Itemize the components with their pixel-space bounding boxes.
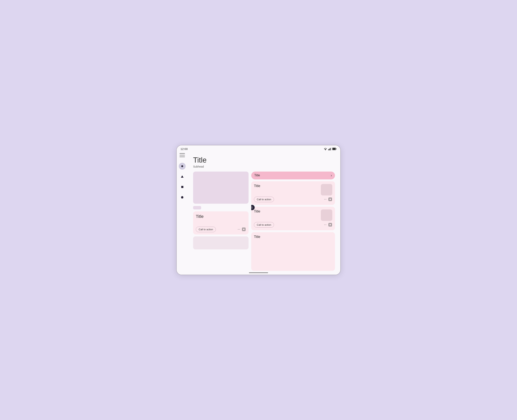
left-bottom-card bbox=[193, 236, 249, 249]
right-card-2-content: Title bbox=[254, 210, 332, 221]
battery-icon bbox=[332, 148, 337, 150]
chevron-right-icon: › bbox=[331, 173, 332, 178]
right-card-1-title: Title bbox=[254, 184, 319, 188]
dots-icon-2[interactable]: ··· bbox=[324, 223, 326, 226]
dots-icon-1[interactable]: ··· bbox=[324, 198, 326, 201]
right-header-row[interactable]: Title › bbox=[251, 172, 335, 180]
right-card-2-footer: Call to action ··· bbox=[254, 222, 332, 228]
right-card-2: 1 Title Call to action ··· bbox=[251, 207, 335, 230]
svg-rect-13 bbox=[329, 224, 331, 226]
label-pill bbox=[193, 206, 201, 210]
sidebar bbox=[177, 152, 188, 271]
right-card-1-icons: ··· bbox=[324, 197, 332, 201]
right-card-2-thumbnail bbox=[321, 210, 332, 221]
page-header: Title Subhead bbox=[193, 156, 335, 168]
right-card-2-cta-button[interactable]: Call to action bbox=[254, 222, 274, 228]
right-card-2-text: Title bbox=[254, 210, 319, 219]
right-card-1-footer: Call to action ··· bbox=[254, 197, 332, 202]
status-icons bbox=[324, 148, 337, 150]
svg-rect-2 bbox=[329, 149, 330, 150]
right-card-1-thumbnail bbox=[321, 184, 332, 195]
left-footer-icons: ··· bbox=[238, 227, 246, 232]
page-title: Title bbox=[193, 156, 335, 164]
right-card-1: Title Call to action ··· bbox=[251, 181, 335, 205]
nav-item-circle[interactable] bbox=[179, 163, 186, 170]
left-card-title: Title bbox=[196, 214, 246, 219]
right-header-title: Title bbox=[254, 174, 260, 177]
svg-point-0 bbox=[325, 150, 326, 150]
layers-icon[interactable] bbox=[242, 227, 246, 232]
status-bar: 12:00 bbox=[177, 145, 340, 152]
svg-rect-11 bbox=[329, 198, 331, 200]
home-bar bbox=[249, 272, 268, 273]
right-card-2-icons: ··· bbox=[324, 223, 332, 227]
svg-rect-9 bbox=[243, 228, 245, 230]
layers-icon-2[interactable] bbox=[328, 223, 332, 227]
signal-icon bbox=[328, 148, 331, 150]
triangle-icon bbox=[181, 175, 184, 178]
left-cta-button[interactable]: Call to action bbox=[196, 227, 216, 232]
right-card-1-content: Title bbox=[254, 184, 332, 195]
wifi-icon bbox=[324, 148, 327, 150]
page-subhead: Subhead bbox=[193, 165, 335, 168]
right-column: Title › Title Call to action bbox=[251, 172, 335, 271]
home-indicator bbox=[177, 271, 340, 275]
main-layout: Title Subhead Title Call to action bbox=[177, 152, 340, 271]
square-icon bbox=[181, 186, 183, 188]
left-column: Title Call to action ··· bbox=[193, 172, 249, 271]
status-time: 12:00 bbox=[180, 147, 188, 150]
nav-item-square[interactable] bbox=[179, 183, 186, 190]
svg-rect-3 bbox=[330, 148, 331, 150]
left-main-card: Title Call to action ··· bbox=[193, 211, 249, 234]
columns-layout: Title Call to action ··· bbox=[193, 172, 335, 271]
right-card-1-cta-button[interactable]: Call to action bbox=[254, 197, 274, 202]
menu-button[interactable] bbox=[179, 153, 185, 157]
device-frame: 12:00 bbox=[176, 145, 341, 275]
right-card-3-title: Title bbox=[254, 235, 332, 239]
right-card-1-text: Title bbox=[254, 184, 319, 194]
svg-rect-7 bbox=[336, 148, 337, 149]
content-area: Title Subhead Title Call to action bbox=[188, 152, 340, 271]
nav-item-pentagon[interactable] bbox=[179, 194, 186, 201]
svg-rect-1 bbox=[328, 149, 329, 150]
circle-icon bbox=[181, 165, 183, 167]
svg-rect-4 bbox=[331, 148, 332, 150]
right-card-3: Title bbox=[251, 232, 335, 271]
layers-icon-1[interactable] bbox=[328, 197, 332, 201]
right-card-2-title: Title bbox=[254, 210, 319, 213]
left-label-bar bbox=[193, 206, 249, 210]
pentagon-icon bbox=[181, 196, 184, 199]
svg-rect-6 bbox=[333, 148, 336, 150]
left-card-footer: Call to action ··· bbox=[196, 227, 246, 232]
nav-item-triangle[interactable] bbox=[179, 173, 186, 180]
dots-icon[interactable]: ··· bbox=[238, 228, 240, 231]
left-image-card bbox=[193, 172, 249, 204]
